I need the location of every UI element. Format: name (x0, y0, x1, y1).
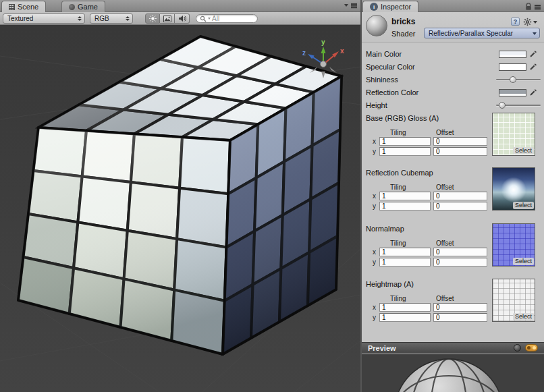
help-icon[interactable]: ? (511, 18, 520, 26)
select-texture-button[interactable]: Select (513, 202, 534, 209)
lighting-toggle-button[interactable] (145, 13, 160, 24)
material-options[interactable] (523, 18, 537, 26)
texture-slot-label: Reflection Cubemap (366, 169, 433, 177)
sun-icon (149, 15, 157, 22)
main-color-swatch[interactable] (499, 51, 526, 58)
scene-grid-icon (9, 4, 15, 10)
tab-game[interactable]: Game (61, 1, 105, 12)
tiling-y-input[interactable] (379, 202, 431, 211)
offset-x-input[interactable] (433, 137, 487, 146)
offset-y-input[interactable] (433, 313, 487, 322)
reflective-cube-object[interactable] (18, 36, 342, 354)
offset-header: Offset (436, 240, 454, 247)
material-preview-area[interactable] (362, 354, 544, 392)
scene-viewport[interactable]: y x z (0, 25, 360, 392)
color-mode-value: RGB (94, 15, 109, 22)
eyedropper-icon[interactable] (528, 49, 538, 59)
tiling-x-input[interactable] (379, 303, 431, 312)
select-texture-button[interactable]: Select (513, 258, 534, 265)
offset-x-input[interactable] (433, 303, 487, 312)
tiling-y-input[interactable] (379, 258, 431, 267)
base-gloss-texture-thumbnail[interactable]: Select (492, 113, 535, 156)
reflection-color-label: Reflection Color (366, 88, 418, 96)
slider-thumb[interactable] (510, 76, 516, 83)
tiling-y-input[interactable] (379, 313, 431, 322)
tab-inspector[interactable]: i Inspector (362, 1, 418, 12)
slider-track[interactable] (496, 79, 541, 80)
preview-sphere-button[interactable] (514, 344, 521, 352)
color-mode-dropdown[interactable]: RGB (90, 13, 133, 24)
gizmo-x-label: x (340, 47, 344, 55)
select-texture-button[interactable]: Select (513, 147, 534, 155)
shader-dropdown[interactable]: Reflective/Parallax Specular (424, 28, 540, 38)
offset-y-input[interactable] (433, 147, 487, 156)
normalmap-thumbnail[interactable]: Select (492, 223, 535, 267)
scene-toolbar: Textured RGB All (0, 12, 360, 25)
shininess-slider[interactable] (496, 75, 541, 84)
gizmo-z-cone[interactable] (308, 54, 315, 59)
offset-header: Offset (436, 184, 454, 191)
eyedropper-icon[interactable] (528, 62, 538, 72)
tiling-header: Tiling (390, 240, 406, 247)
draw-mode-value: Textured (7, 15, 33, 22)
skybox-toggle-button[interactable] (160, 13, 175, 24)
specular-color-swatch[interactable] (499, 63, 526, 71)
height-row: Height (362, 101, 544, 111)
search-filter-icon[interactable] (208, 18, 211, 20)
reflection-color-row: Reflection Color (362, 88, 544, 98)
gizmo-y-cone[interactable] (321, 47, 326, 53)
scene-search-field[interactable]: All (196, 14, 258, 23)
panel-dropdown-icon[interactable] (344, 4, 348, 7)
tiling-y-input[interactable] (379, 147, 431, 156)
tiling-x-input[interactable] (379, 248, 431, 256)
gear-icon[interactable] (523, 18, 532, 26)
gizmo-center[interactable] (321, 61, 327, 67)
offset-header: Offset (436, 295, 454, 302)
search-filter-label: All (212, 15, 219, 22)
texture-slot-base-gloss: Base (RGB) Gloss (A) Select Tiling Offse… (362, 113, 544, 167)
inspector-panel: i Inspector bricks Shader Reflective/Par… (360, 0, 544, 392)
search-icon (200, 16, 207, 22)
y-axis-label: y (373, 202, 376, 210)
x-axis-label: x (373, 138, 376, 145)
eyedropper-icon[interactable] (528, 88, 538, 97)
offset-x-input[interactable] (433, 192, 487, 200)
heightmap-thumbnail[interactable]: Select (492, 279, 535, 322)
reflection-color-swatch[interactable] (499, 89, 526, 96)
chevron-down-icon (533, 32, 537, 35)
offset-y-input[interactable] (433, 258, 487, 267)
main-color-label: Main Color (366, 50, 402, 58)
offset-x-input[interactable] (433, 248, 487, 256)
material-preview-ball-icon[interactable] (366, 15, 387, 36)
preview-light-toggle[interactable] (525, 344, 538, 352)
slider-thumb[interactable] (499, 102, 506, 109)
x-axis-label: x (373, 304, 376, 311)
inspector-menu-icon[interactable] (535, 4, 541, 9)
preview-header-bar[interactable]: Preview (362, 342, 544, 354)
scene-toggles (145, 13, 190, 24)
reflection-cubemap-thumbnail[interactable]: Select (492, 167, 535, 211)
texture-slot-reflection-cubemap: Reflection Cubemap Select Tiling Offset … (362, 167, 544, 221)
height-slider[interactable] (496, 101, 541, 110)
height-label: Height (366, 101, 387, 109)
audio-toggle-button[interactable] (175, 13, 190, 24)
info-icon: i (370, 3, 378, 11)
material-preview-sphere[interactable] (362, 354, 544, 392)
panel-menu-icon[interactable] (351, 3, 357, 8)
select-texture-button[interactable]: Select (513, 313, 534, 320)
x-axis-label: x (373, 248, 376, 256)
material-header: bricks Shader Reflective/Parallax Specul… (362, 12, 544, 43)
offset-y-input[interactable] (433, 202, 487, 211)
texture-slot-normalmap: Normalmap Select Tiling Offset x y (362, 223, 544, 277)
lock-icon[interactable] (525, 3, 532, 11)
shader-dropdown-value: Reflective/Parallax Specular (429, 30, 513, 37)
toggle-dot-off (527, 346, 531, 349)
tiling-x-input[interactable] (379, 192, 431, 200)
tiling-header: Tiling (390, 129, 406, 136)
main-color-row: Main Color (362, 49, 544, 59)
preview-title: Preview (368, 344, 396, 352)
draw-mode-dropdown[interactable]: Textured (3, 13, 85, 24)
specular-color-label: Specular Color (366, 63, 415, 71)
tab-scene[interactable]: Scene (1, 1, 46, 12)
tiling-x-input[interactable] (379, 137, 431, 146)
